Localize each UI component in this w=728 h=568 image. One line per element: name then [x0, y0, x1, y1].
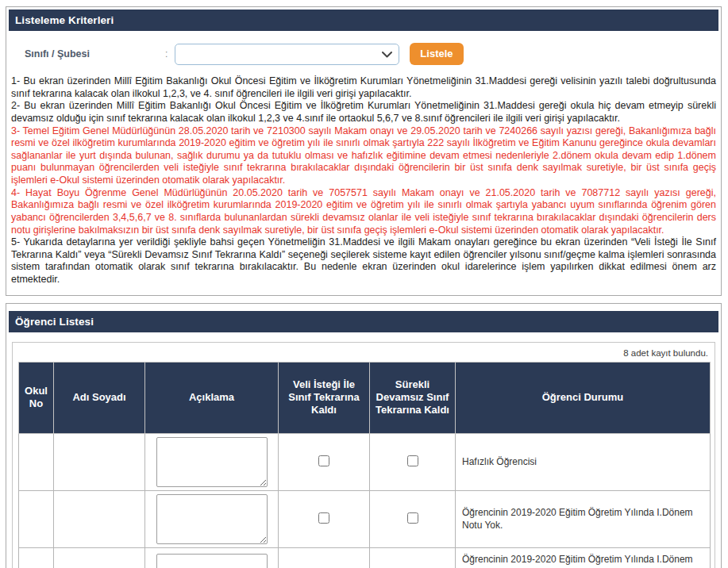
cell-okul-no	[19, 547, 54, 568]
cell-aciklama	[145, 490, 279, 547]
cell-okul-no	[19, 433, 54, 490]
table-row: Öğrencinin 2019-2020 Eğitim Öğretim Yılı…	[19, 547, 711, 568]
class-select[interactable]	[175, 44, 399, 65]
cell-aciklama	[145, 433, 279, 490]
cell-ogrenci-durumu: Öğrencinin 2019-2020 Eğitim Öğretim Yılı…	[456, 547, 711, 568]
class-filter-row: Sınıfı / Şubesi : Listele	[9, 31, 718, 75]
column-header: Öğrenci Durumu	[456, 362, 711, 433]
cell-surekli-devamsiz	[370, 433, 456, 490]
veli-istegi-checkbox[interactable]	[318, 455, 329, 466]
aciklama-textarea[interactable]	[156, 554, 268, 568]
notes-block: 1- Bu ekran üzerinden Millî Eğitim Bakan…	[9, 75, 718, 293]
cell-veli-istegi	[279, 547, 370, 568]
table-header-row: Okul NoAdı SoyadıAçıklamaVeli İsteği İle…	[19, 362, 711, 433]
column-header: Okul No	[19, 362, 54, 433]
criteria-panel-title: Listeleme Kriterleri	[9, 10, 718, 31]
cell-adi-soyadi	[54, 490, 145, 547]
cell-ogrenci-durumu: Öğrencinin 2019-2020 Eğitim Öğretim Yılı…	[456, 490, 711, 547]
veli-istegi-checkbox[interactable]	[318, 512, 329, 524]
column-header: Adı Soyadı	[54, 362, 145, 433]
cell-ogrenci-durumu: Hafızlık Öğrencisi	[456, 433, 711, 490]
cell-veli-istegi	[279, 490, 370, 547]
ogrenci-durumu-text: Öğrencinin 2019-2020 Eğitim Öğretim Yılı…	[462, 506, 703, 532]
cell-surekli-devamsiz	[370, 490, 456, 547]
note-paragraph: 4- Hayat Boyu Öğrenme Genel Müdürlüğünün…	[11, 187, 716, 237]
aciklama-textarea[interactable]	[156, 494, 268, 544]
record-count: 8 adet kayıt bulundu.	[18, 347, 709, 362]
cell-veli-istegi	[279, 433, 370, 490]
note-paragraph: 5- Yukarıda detaylarına yer verildiği şe…	[11, 236, 716, 286]
cell-adi-soyadi	[54, 433, 145, 490]
surekli-devamsiz-checkbox[interactable]	[407, 512, 418, 524]
ogrenci-durumu-text: Öğrencinin 2019-2020 Eğitim Öğretim Yılı…	[462, 553, 703, 568]
surekli-devamsiz-checkbox[interactable]	[407, 455, 418, 466]
student-list-panel: Öğrenci Listesi 8 adet kayıt bulundu. Ok…	[6, 303, 722, 568]
class-select-label: Sınıfı / Şubesi	[25, 48, 165, 59]
aciklama-textarea[interactable]	[156, 437, 268, 487]
cell-aciklama	[145, 547, 279, 568]
column-header: Veli İsteği İle Sınıf Tekrarına Kaldı	[279, 362, 370, 433]
listele-button[interactable]: Listele	[410, 43, 463, 65]
page: Listeleme Kriterleri Sınıfı / Şubesi : L…	[0, 0, 728, 568]
cell-adi-soyadi	[54, 547, 145, 568]
class-select-wrap	[175, 44, 399, 65]
note-paragraph: 2- Bu ekran üzerinden Millî Eğitim Bakan…	[11, 100, 716, 125]
table-row: Öğrencinin 2019-2020 Eğitim Öğretim Yılı…	[19, 490, 711, 547]
note-paragraph: 3- Temel Eğitim Genel Müdürlüğünün 28.05…	[11, 125, 716, 187]
note-paragraph: 1- Bu ekran üzerinden Millî Eğitim Bakan…	[11, 75, 716, 100]
student-list-box: 8 adet kayıt bulundu. Okul NoAdı SoyadıA…	[12, 342, 715, 568]
ogrenci-durumu-text: Hafızlık Öğrencisi	[462, 455, 703, 468]
students-table: Okul NoAdı SoyadıAçıklamaVeli İsteği İle…	[18, 362, 711, 568]
cell-okul-no	[19, 490, 54, 547]
column-header: Sürekli Devamsız Sınıf Tekrarına Kaldı	[370, 362, 456, 433]
criteria-panel: Listeleme Kriterleri Sınıfı / Şubesi : L…	[6, 6, 722, 296]
column-header: Açıklama	[145, 362, 279, 433]
table-row: Hafızlık Öğrencisi	[19, 433, 711, 490]
label-separator: :	[165, 48, 168, 59]
student-list-title: Öğrenci Listesi	[9, 311, 718, 332]
cell-surekli-devamsiz	[370, 547, 456, 568]
